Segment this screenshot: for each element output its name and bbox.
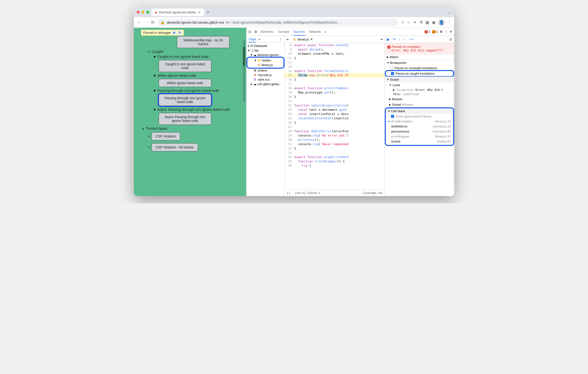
device-icon[interactable]: ⧉ (254, 30, 257, 34)
step-out-button[interactable]: ↑ (403, 37, 405, 42)
close-devtools-icon[interactable]: ✕ (450, 30, 452, 33)
browser-tab[interactable]: ◆ DevTools ignore list stories ✕ (152, 9, 204, 16)
callstack-section[interactable]: ▼Call Stack (386, 108, 453, 114)
bookmark-icon[interactable]: ☆ (407, 20, 410, 25)
scope-this: this: undefined (385, 92, 454, 96)
watch-section[interactable]: ▶Watch (385, 54, 454, 60)
favicon-icon: ◆ (155, 11, 157, 14)
trusted-heading: Trusted types: (146, 126, 168, 130)
caught-non-ignore-button[interactable]: Caught in non ignore listed code (159, 60, 211, 72)
scope-exception[interactable]: ▶ Exception: Error: Why did t (385, 88, 454, 92)
tree-cdn[interactable]: ▸ ☁cdn.glitch.globa… (246, 82, 284, 86)
paused-on-exception-box: ✕Paused on exception Error: Why did this… (385, 43, 454, 54)
page-nav-tab[interactable]: Page (249, 37, 256, 42)
resume-button[interactable]: ▶ (387, 37, 390, 42)
tree-style-file[interactable]: 🗎style.css (246, 77, 284, 82)
callstack-frame-4[interactable]: onclick(index):83 (386, 139, 453, 144)
callstack-frame-1[interactable]: doWithErrormycode.js:18 (386, 124, 453, 129)
scope-global[interactable]: ▶GlobalWindow (385, 102, 454, 107)
tab-network[interactable]: Network (309, 30, 321, 33)
close-tab-icon[interactable]: ✕ (198, 11, 201, 14)
tree-origin[interactable]: ▾ ☁devtools-ignore… (246, 53, 284, 57)
tree-mycode-file[interactable]: 🗎mycode.js (246, 73, 284, 77)
highlighted-tree-group: ▾ 📁hidden 🗎library.js (247, 58, 284, 68)
caught-heading: Caught: (152, 50, 164, 53)
kebab-icon[interactable]: ⋮ (445, 30, 448, 33)
warn-count-badge[interactable]: !2 (432, 30, 438, 33)
cursor-position: Line 15, Column 3 (295, 191, 320, 195)
show-ignored-frames-checkbox[interactable]: ✓Show ignore-listed frames (386, 114, 453, 119)
step-into-button[interactable]: ↓ (399, 37, 400, 42)
url-path: /#:~:text=ignore%20listed%20code-,Within… (226, 20, 340, 24)
error-count-badge[interactable]: ✕1 (424, 30, 430, 33)
coverage-status: Coverage: n/a (363, 191, 382, 195)
step-over-button[interactable]: ↷ (392, 37, 396, 42)
devtools-icon[interactable]: ▣ (432, 20, 435, 25)
close-file-icon[interactable]: ✕ (310, 38, 313, 41)
pause-uncaught-checkbox[interactable]: Pause on uncaught exceptions (385, 65, 454, 71)
tab-sources[interactable]: Sources (293, 30, 305, 36)
tree-hidden-folder[interactable]: ▾ 📁hidden (247, 58, 284, 63)
window-maximize-icon[interactable] (146, 11, 149, 14)
csp-violation-button[interactable]: CSP Violation (152, 132, 180, 140)
tab-title: DevTools ignore list stories (159, 11, 196, 14)
settings-icon[interactable]: ⚙ (440, 30, 443, 33)
tree-deployed[interactable]: ▸ ⛁Deployed (246, 43, 284, 48)
tab-console[interactable]: Console (277, 30, 290, 33)
tree-index-file[interactable]: 🗎(index) (246, 68, 284, 73)
prev-file-icon[interactable]: ⇤ (287, 38, 289, 41)
inspect-icon[interactable]: ◫ (248, 30, 251, 33)
tab-elements[interactable]: Elements (260, 30, 274, 33)
async-passing-button[interactable]: Async Passing through non ignore listed … (159, 113, 211, 125)
profile-avatar[interactable]: 👤 (438, 19, 445, 26)
nav-kebab-icon[interactable]: ⋮ (279, 37, 282, 41)
url-host: devtools-ignore-list-stories.glitch.me (167, 20, 224, 24)
lock-icon: 🔒 (160, 20, 165, 25)
forward-button[interactable]: → (144, 20, 148, 25)
share-icon[interactable]: ⇧ (401, 20, 404, 25)
js-file-icon: 🗎 (293, 38, 296, 41)
pause-caught-checkbox[interactable]: ✓Pause on caught exceptions (386, 71, 453, 76)
page-scrollbar[interactable] (243, 40, 245, 102)
step-button[interactable]: →• (408, 37, 413, 42)
callstack-frame-3[interactable]: errorWrapperlibrary.js:37 (386, 134, 453, 139)
csp-violation-all-button[interactable]: CSP Violation - All frames (152, 143, 198, 151)
paused-in-debugger-badge: Paused in debugger ▶ ↷ (141, 30, 184, 36)
url-input[interactable]: 🔒 devtools-ignore-list-stories.glitch.me… (158, 19, 398, 26)
pretty-print-icon[interactable]: { } (287, 191, 290, 195)
labs-icon[interactable]: ⚗ (419, 20, 423, 25)
scope-module[interactable]: ▶Module (385, 96, 454, 102)
extensions-icon[interactable]: ✦ (413, 20, 416, 25)
tree-top[interactable]: ▾ ▢top (246, 48, 284, 53)
window-close-icon[interactable] (137, 11, 140, 14)
window-minimize-icon[interactable] (141, 11, 144, 14)
callstack-frame-2[interactable]: (anonymous)mycode.js:89 (386, 129, 453, 134)
deactivate-breakpoints-button[interactable]: ⊘ (449, 37, 452, 42)
callstack-frame-0[interactable]: ➔throwExceptionlibrary.js:15 (386, 119, 453, 124)
reload-button[interactable]: ⟳ (151, 20, 155, 25)
next-file-icon[interactable]: ⇥ (380, 38, 383, 41)
scope-local[interactable]: ▼Local (385, 82, 454, 88)
more-icon[interactable]: ⋮ (447, 20, 451, 25)
tabs-dropdown-icon[interactable]: ⌄ (448, 10, 451, 14)
tree-library-file[interactable]: 🗎library.js (247, 63, 284, 67)
step-icon[interactable]: ↷ (178, 31, 182, 34)
code-editor[interactable]: 8export async function unsafeS 9 await d… (285, 43, 385, 189)
more-nav-icon[interactable]: » (258, 37, 260, 41)
wasm-trap-button[interactable]: WebAssembly trap - no JS frames (177, 36, 230, 48)
breakpoints-section[interactable]: ▼Breakpoints (385, 60, 454, 65)
passing-through-button[interactable]: Passing through non ignore listed code (159, 94, 211, 106)
back-button[interactable]: ← (137, 20, 141, 25)
open-file-tab[interactable]: 🗎 library.js ✕ (291, 37, 315, 42)
within-ignore-button[interactable]: Within ignore listed code (159, 79, 211, 87)
new-tab-button[interactable]: + (207, 9, 210, 15)
more-tabs-icon[interactable]: » (324, 30, 326, 33)
grid-icon[interactable]: ▦ (425, 20, 429, 25)
scope-section[interactable]: ▼Scope (385, 76, 454, 82)
page-content: Paused in debugger ▶ ↷ WebAssembly trap … (134, 28, 246, 196)
resume-icon[interactable]: ▶ (172, 31, 176, 34)
